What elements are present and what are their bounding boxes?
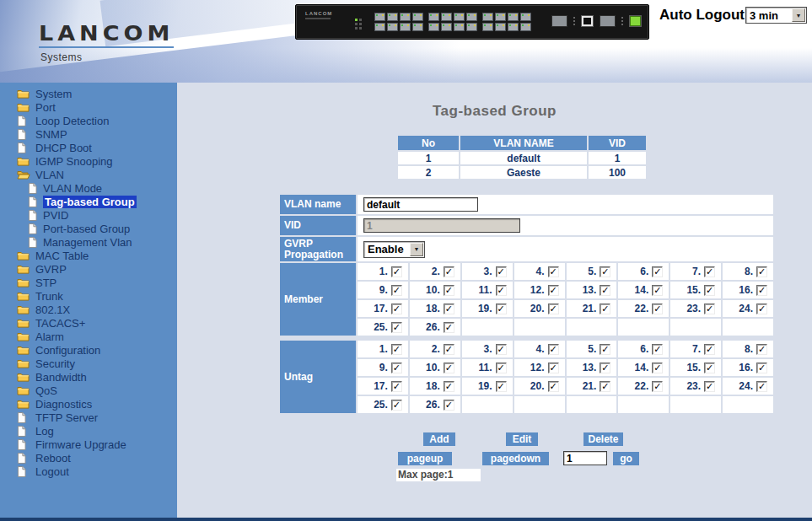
member-port-18-checkbox[interactable]: ✓	[444, 303, 454, 314]
sidebar-item-security[interactable]: Security	[0, 357, 177, 370]
sidebar-item-diagnostics[interactable]: Diagnostics	[0, 397, 177, 411]
untag-port-7-checkbox[interactable]: ✓	[704, 344, 715, 355]
sidebar-item-port[interactable]: Port	[0, 100, 177, 114]
untag-port-9-checkbox[interactable]: ✓	[391, 363, 402, 373]
sidebar-item-alarm[interactable]: Alarm	[0, 330, 177, 343]
untag-port-4-checkbox[interactable]: ✓	[548, 344, 559, 355]
port-number-label: 19.	[478, 303, 492, 314]
member-port-24-checkbox[interactable]: ✓	[756, 303, 767, 314]
sidebar-item-reboot[interactable]: Reboot	[0, 451, 177, 465]
pagedown-button[interactable]: pagedown	[482, 452, 549, 465]
member-port-20-checkbox[interactable]: ✓	[548, 303, 559, 314]
member-port-14-checkbox[interactable]: ✓	[652, 285, 663, 296]
untag-port-3-checkbox[interactable]: ✓	[496, 344, 507, 355]
go-button[interactable]: go	[613, 452, 639, 465]
untag-port-16-checkbox[interactable]: ✓	[756, 363, 767, 373]
member-port-17-checkbox[interactable]: ✓	[391, 303, 402, 314]
sidebar-item-tftp-server[interactable]: TFTP Server	[0, 411, 177, 424]
untag-port-23-checkbox[interactable]: ✓	[704, 381, 715, 392]
sidebar-item-vlan[interactable]: VLAN	[0, 168, 177, 181]
member-port-26-checkbox[interactable]: ✓	[444, 322, 454, 333]
vlan-table-row: 2Gaeste100	[398, 166, 646, 179]
sidebar-item-port-based-group[interactable]: Port-based Group	[0, 222, 177, 235]
untag-port-19-checkbox[interactable]: ✓	[496, 381, 507, 392]
member-port-23-checkbox[interactable]: ✓	[704, 303, 715, 314]
sidebar-item-loop-detection[interactable]: Loop Detection	[0, 114, 177, 127]
sidebar-item-tacacs[interactable]: TACACS+	[0, 316, 177, 330]
sidebar-item-qos[interactable]: QoS	[0, 384, 177, 397]
member-port-1-checkbox[interactable]: ✓	[391, 266, 402, 277]
sidebar-item-configuration[interactable]: Configuration	[0, 343, 177, 357]
member-port-12-checkbox[interactable]: ✓	[548, 285, 559, 296]
auto-logout-select[interactable]: 3 min ▼	[745, 7, 807, 24]
delete-button[interactable]: Delete	[583, 432, 623, 446]
member-port-21-checkbox[interactable]: ✓	[600, 303, 610, 314]
sidebar-item-vlan-mode[interactable]: VLAN Mode	[0, 181, 177, 195]
sidebar-item-pvid[interactable]: PVID	[0, 208, 177, 222]
member-port-22-checkbox[interactable]: ✓	[652, 303, 663, 314]
untag-port-12-checkbox[interactable]: ✓	[548, 363, 559, 373]
sidebar-item-system[interactable]: System	[0, 87, 177, 100]
sidebar-item-snmp[interactable]: SNMP	[0, 127, 177, 141]
sidebar-item-gvrp[interactable]: GVRP	[0, 262, 177, 276]
untag-port-17-checkbox[interactable]: ✓	[391, 381, 402, 392]
member-port-6-checkbox[interactable]: ✓	[652, 266, 663, 277]
sidebar-item-management-vlan[interactable]: Management Vlan	[0, 235, 177, 249]
untag-port-24-checkbox[interactable]: ✓	[756, 381, 767, 392]
member-port-13-checkbox[interactable]: ✓	[600, 285, 610, 296]
sidebar-item-trunk[interactable]: Trunk	[0, 289, 177, 303]
untag-port-18-checkbox[interactable]: ✓	[444, 381, 454, 392]
untag-port-2-checkbox[interactable]: ✓	[444, 344, 454, 355]
gvrp-select[interactable]: Enable ▼	[363, 241, 425, 258]
untag-port-25-checkbox[interactable]: ✓	[391, 400, 402, 411]
untag-port-20-checkbox[interactable]: ✓	[548, 381, 559, 392]
sidebar-item-mac-table[interactable]: MAC Table	[0, 249, 177, 262]
port-number-label: 15.	[686, 284, 701, 296]
pageup-button[interactable]: pageup	[398, 452, 452, 465]
member-port-4-checkbox[interactable]: ✓	[548, 266, 559, 277]
member-port-19-checkbox[interactable]: ✓	[496, 303, 507, 314]
chevron-down-icon[interactable]: ▼	[410, 243, 423, 256]
sidebar-item-stp[interactable]: STP	[0, 276, 177, 289]
untag-port-10-checkbox[interactable]: ✓	[444, 363, 454, 373]
untag-port-26-checkbox[interactable]: ✓	[444, 400, 454, 411]
untag-port-13-checkbox[interactable]: ✓	[600, 363, 610, 373]
member-port-2-checkbox[interactable]: ✓	[444, 266, 454, 277]
sidebar-item-802-1x[interactable]: 802.1X	[0, 303, 177, 316]
member-port-10-checkbox[interactable]: ✓	[444, 285, 454, 296]
untag-port-11-checkbox[interactable]: ✓	[496, 363, 507, 373]
member-port-15-checkbox[interactable]: ✓	[704, 285, 715, 296]
member-port-5-checkbox[interactable]: ✓	[600, 266, 610, 277]
sidebar-item-dhcp-boot[interactable]: DHCP Boot	[0, 141, 177, 154]
edit-button[interactable]: Edit	[506, 432, 538, 446]
untag-port-5-checkbox[interactable]: ✓	[600, 344, 610, 355]
sidebar-item-firmware-upgrade[interactable]: Firmware Upgrade	[0, 438, 177, 451]
untag-port-14-checkbox[interactable]: ✓	[652, 363, 663, 373]
vlan-name-input[interactable]	[363, 197, 478, 212]
untag-port-6-checkbox[interactable]: ✓	[652, 344, 663, 355]
member-port-16-checkbox[interactable]: ✓	[756, 285, 767, 296]
add-button[interactable]: Add	[423, 432, 455, 446]
member-port-11-checkbox[interactable]: ✓	[496, 285, 507, 296]
untag-port-22-checkbox[interactable]: ✓	[652, 381, 663, 392]
member-port-9-checkbox[interactable]: ✓	[391, 285, 402, 296]
sidebar-item-label: SNMP	[35, 128, 67, 141]
sidebar-item-bandwidth[interactable]: Bandwidth	[0, 370, 177, 384]
sidebar-item-tag-based-group[interactable]: Tag-based Group	[0, 195, 177, 208]
sidebar-item-logout[interactable]: Logout	[0, 465, 177, 478]
page-number-input[interactable]	[563, 451, 607, 465]
sidebar-item-igmp-snooping[interactable]: IGMP Snooping	[0, 154, 177, 168]
member-port-7-checkbox[interactable]: ✓	[704, 266, 715, 277]
sfp-slot-icon	[551, 15, 567, 27]
untag-port-21-checkbox[interactable]: ✓	[600, 381, 610, 392]
member-port-8-checkbox[interactable]: ✓	[756, 266, 767, 277]
member-port-3-checkbox[interactable]: ✓	[496, 266, 507, 277]
untag-port-1-checkbox[interactable]: ✓	[391, 344, 402, 355]
chevron-down-icon[interactable]: ▼	[792, 8, 805, 22]
member-port-25-checkbox[interactable]: ✓	[391, 322, 402, 333]
untag-port-15-checkbox[interactable]: ✓	[704, 363, 715, 373]
port-number-label: 6.	[640, 266, 648, 277]
untag-port-8-checkbox[interactable]: ✓	[756, 344, 767, 355]
sidebar-item-log[interactable]: Log	[0, 424, 177, 438]
vid-input	[363, 218, 520, 233]
